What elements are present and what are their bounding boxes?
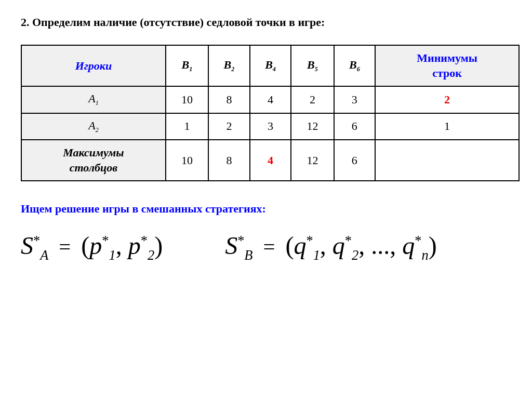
table-row: A2 1 2 3 12 6 1 — [21, 113, 519, 140]
a1-min-cell: 2 — [375, 86, 519, 113]
title: 2. Определим наличие (отсутствие) седлов… — [21, 16, 511, 29]
b5-header: B5 — [291, 45, 334, 86]
a1-b5-cell: 2 — [291, 86, 334, 113]
a2-b5-cell: 12 — [291, 113, 334, 140]
a1-b4-cell: 4 — [250, 86, 291, 113]
table-row: A1 10 8 4 2 3 2 — [21, 86, 519, 113]
b4-header: B4 — [250, 45, 291, 86]
a1-b6-cell: 3 — [334, 86, 376, 113]
b1-header: B1 — [166, 45, 208, 86]
max-empty-cell — [375, 140, 519, 181]
formulas-row: S*A = (p*1, p*2) S*B = (q*1, q*2, ..., q… — [21, 231, 511, 263]
max-cols-label: Максимумыстолбцов — [21, 140, 166, 181]
subtitle: Ищем решение игры в смешанных стратегиях… — [21, 202, 511, 216]
max-b2-cell: 8 — [208, 140, 250, 181]
max-b4-cell: 4 — [250, 140, 291, 181]
max-b6-cell: 6 — [334, 140, 376, 181]
a1-b1-cell: 10 — [166, 86, 208, 113]
a2-b2-cell: 2 — [208, 113, 250, 140]
a2-label: A2 — [21, 113, 166, 140]
table-row: Максимумыстолбцов 10 8 4 12 6 — [21, 140, 519, 181]
formula-sb: S*B = (q*1, q*2, ..., q*n) — [225, 231, 437, 263]
players-header: Игроки — [21, 45, 166, 86]
b2-header: B2 — [208, 45, 250, 86]
a2-b4-cell: 3 — [250, 113, 291, 140]
game-table: Игроки B1 B2 B4 B5 B6 Минимумыстрок A1 1… — [21, 45, 520, 181]
a2-b6-cell: 6 — [334, 113, 376, 140]
a2-b1-cell: 1 — [166, 113, 208, 140]
a1-b2-cell: 8 — [208, 86, 250, 113]
a1-label: A1 — [21, 86, 166, 113]
b6-header: B6 — [334, 45, 376, 86]
max-b1-cell: 10 — [166, 140, 208, 181]
formula-sa: S*A = (p*1, p*2) — [21, 231, 163, 263]
max-b5-cell: 12 — [291, 140, 334, 181]
a2-min-cell: 1 — [375, 113, 519, 140]
min-rows-header: Минимумыстрок — [375, 45, 519, 86]
